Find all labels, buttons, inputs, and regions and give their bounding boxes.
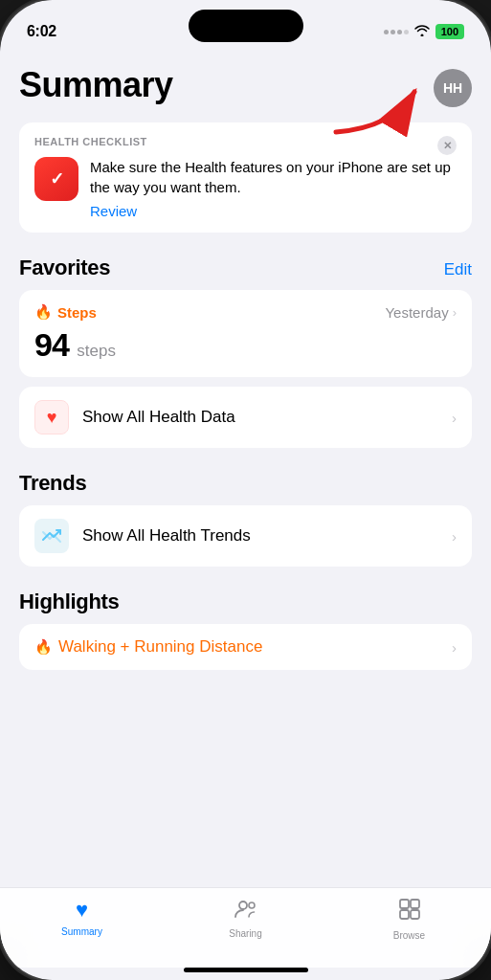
health-data-label: Show All Health Data [82, 408, 452, 427]
checklist-text-block: Make sure the Health features on your iP… [90, 157, 457, 219]
trends-arrows-icon [41, 526, 62, 546]
home-indicator [184, 968, 308, 972]
tab-bar: ♥ Summary Sharing [0, 887, 491, 968]
battery-icon: 100 [435, 24, 464, 39]
highlight-card[interactable]: 🔥 Walking + Running Distance › [19, 624, 472, 670]
favorites-edit-button[interactable]: Edit [444, 260, 472, 279]
health-data-chevron: › [452, 410, 457, 426]
trends-icon-bg [34, 519, 69, 553]
favorites-section-heading: Favorites Edit [19, 256, 472, 280]
steps-card[interactable]: 🔥 Steps Yesterday › 94 steps [19, 290, 472, 377]
heart-icon: ♥ [47, 408, 57, 428]
phone-screen: 6:02 100 [0, 0, 491, 980]
health-data-card: ♥ Show All Health Data › [19, 387, 472, 448]
health-checklist-card: HEALTH CHECKLIST ✕ Make sure the Health … [19, 122, 472, 233]
svg-rect-5 [400, 910, 409, 919]
checklist-icon [34, 157, 78, 201]
sharing-tab-icon [234, 898, 257, 924]
checklist-close-button[interactable]: ✕ [437, 136, 457, 155]
status-bar: 6:02 100 [0, 0, 491, 50]
trends-section-heading: Trends [19, 471, 472, 496]
svg-rect-3 [400, 900, 409, 908]
page-title: Summary [19, 65, 173, 105]
svg-rect-6 [411, 910, 419, 919]
highlights-section: Highlights 🔥 Walking + Running Distance … [19, 590, 472, 670]
browse-tab-icon [398, 898, 421, 926]
checklist-content: Make sure the Health features on your iP… [34, 157, 457, 219]
browse-tab-label: Browse [393, 930, 425, 941]
steps-unit: steps [77, 342, 116, 360]
summary-tab-icon: ♥ [76, 898, 88, 923]
highlights-section-heading: Highlights [19, 590, 472, 614]
svg-rect-4 [411, 900, 419, 908]
tab-summary[interactable]: ♥ Summary [44, 898, 121, 937]
show-all-health-data-item[interactable]: ♥ Show All Health Data › [19, 387, 472, 448]
trends-title: Trends [19, 471, 86, 496]
highlight-fire-icon: 🔥 [34, 638, 53, 656]
checklist-label: HEALTH CHECKLIST [34, 136, 457, 147]
steps-count: 94 [34, 326, 69, 363]
trends-label: Show All Health Trends [82, 526, 452, 546]
favorites-title: Favorites [19, 256, 110, 280]
status-time: 6:02 [27, 23, 56, 40]
steps-value-row: 94 steps [34, 326, 457, 364]
highlight-chevron: › [452, 639, 457, 656]
wifi-icon [414, 24, 430, 39]
signal-dots [384, 30, 409, 34]
dynamic-island [189, 10, 303, 42]
svg-point-2 [249, 902, 255, 908]
header: Summary HH [19, 50, 472, 122]
tab-sharing[interactable]: Sharing [208, 898, 284, 939]
phone-frame: 6:02 100 [0, 0, 491, 980]
checklist-review-link[interactable]: Review [90, 203, 457, 219]
summary-tab-label: Summary [61, 926, 102, 937]
trends-chevron: › [452, 528, 457, 545]
highlight-item-label: Walking + Running Distance [58, 637, 452, 657]
status-icons: 100 [384, 24, 464, 39]
avatar[interactable]: HH [434, 69, 472, 107]
fire-icon: 🔥 [34, 303, 53, 321]
scroll-content[interactable]: Summary HH HEALTH CHECKLIST ✕ [0, 50, 491, 887]
highlights-title: Highlights [19, 590, 120, 614]
steps-label: 🔥 Steps [34, 303, 97, 321]
show-all-health-trends-item[interactable]: Show All Health Trends › [19, 505, 472, 567]
tab-browse[interactable]: Browse [371, 898, 448, 941]
sharing-tab-label: Sharing [229, 928, 261, 939]
steps-header: 🔥 Steps Yesterday › [34, 303, 457, 321]
checklist-description: Make sure the Health features on your iP… [90, 157, 457, 197]
health-data-icon: ♥ [34, 400, 69, 434]
svg-point-1 [239, 902, 247, 909]
steps-chevron-icon: › [453, 305, 457, 320]
steps-date: Yesterday › [385, 304, 457, 321]
trends-card: Show All Health Trends › [19, 505, 472, 567]
